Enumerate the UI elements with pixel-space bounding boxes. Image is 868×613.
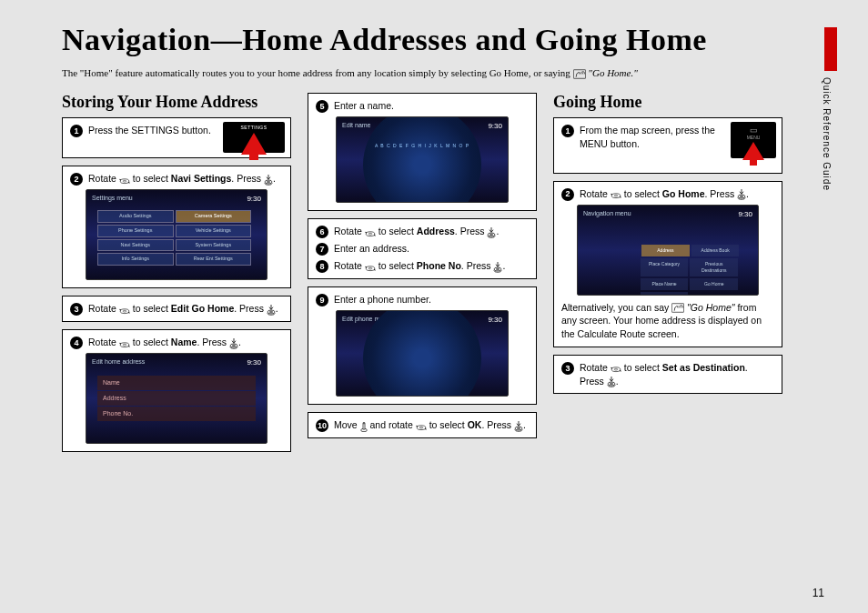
step-7-text: Enter an address.: [334, 242, 529, 256]
manual-page: Quick Reference Guide Navigation—Home Ad…: [27, 5, 837, 605]
press-icon: [487, 227, 496, 238]
step-num-9: 9: [316, 294, 328, 306]
press-icon: [514, 421, 523, 432]
step-num-6: 6: [316, 226, 328, 238]
rotate-icon: [119, 306, 130, 315]
move-icon: [360, 421, 368, 432]
step-2-box: 2Rotate to select Navi Settings. Press .…: [62, 166, 291, 288]
voice-icon: [573, 69, 586, 79]
step-6-text: Rotate to select Address. Press .: [334, 225, 529, 238]
col-storing-1: Storing Your Home Address 1Press the SET…: [62, 93, 291, 459]
side-label: Quick Reference Guide: [821, 77, 832, 191]
step-num-8: 8: [316, 260, 328, 273]
rotate-icon: [365, 263, 376, 272]
step-num-g3: 3: [561, 362, 574, 375]
step-num-7: 7: [316, 243, 328, 256]
going-step-3-box: 3Rotate to select Set as Destination. Pr…: [553, 355, 782, 394]
menu-button-graphic: ▭MENU: [731, 122, 776, 158]
step-3-text: Rotate to select Edit Go Home. Press .: [88, 302, 283, 316]
going-step-3-text: Rotate to select Set as Destination. Pre…: [580, 361, 774, 387]
step-3-box: 3Rotate to select Edit Go Home. Press .: [62, 296, 291, 322]
going-step-2-box: 2Rotate to select Go Home. Press . Navig…: [553, 181, 782, 347]
step-2-text: Rotate to select Navi Settings. Press .: [88, 172, 283, 186]
going-alt-text: Alternatively, you can say "Go Home" fro…: [561, 301, 774, 341]
section-tab: [824, 27, 837, 71]
going-step-2-text: Rotate to select Go Home. Press .: [580, 187, 774, 201]
heading-going: Going Home: [553, 93, 782, 112]
col-storing-2: 5Enter a name. Edit name9:30 A B C D E F…: [308, 93, 537, 459]
press-icon: [267, 305, 276, 316]
press-icon: [607, 377, 616, 387]
step-9-box: 9Enter a phone number. Edit phone number…: [308, 286, 537, 405]
step-678-box: 6Rotate to select Address. Press . 7Ente…: [308, 218, 537, 279]
step-10-text: Move and rotate to select OK. Press .: [334, 418, 529, 432]
screenshot-edit-name: Edit name9:30 A B C D E F G H I J K L M …: [336, 116, 509, 203]
rotate-icon: [611, 190, 621, 199]
screenshot-nav-menu: Navigation menu9:30 - Address Address Bo…: [577, 205, 759, 296]
step-8-text: Rotate to select Phone No. Press .: [334, 259, 529, 273]
heading-storing: Storing Your Home Address: [62, 93, 291, 112]
rotate-icon: [365, 228, 376, 237]
col-going-home: Going Home 1From the map screen, press t…: [553, 93, 782, 459]
screenshot-edit-phone: Edit phone number9:30: [336, 310, 509, 397]
columns: Storing Your Home Address 1Press the SET…: [62, 93, 782, 459]
page-title: Navigation—Home Addresses and Going Home: [62, 23, 837, 57]
step-num-4: 4: [70, 337, 83, 349]
settings-button-graphic: SETTINGS: [223, 122, 285, 153]
step-num-10: 10: [316, 419, 328, 432]
step-1-box: 1Press the SETTINGS button. SETTINGS: [62, 117, 291, 158]
voice-icon: [671, 303, 684, 313]
arrow-up-icon: [241, 133, 267, 155]
step-4-box: 4Rotate to select Name. Press . Edit hom…: [62, 329, 291, 452]
press-icon: [737, 189, 746, 200]
step-num-g2: 2: [561, 188, 574, 201]
step-5-text: Enter a name.: [334, 99, 529, 113]
step-5-box: 5Enter a name. Edit name9:30 A B C D E F…: [308, 93, 537, 211]
screenshot-edit-home: Edit home address9:30 NameAddressPhone N…: [86, 353, 267, 444]
arrow-up-icon: [742, 142, 764, 160]
press-icon: [229, 338, 238, 349]
rotate-icon: [119, 176, 130, 185]
step-num-1: 1: [70, 125, 83, 137]
step-10-box: 10Move and rotate to select OK. Press .: [308, 412, 537, 438]
step-4-text: Rotate to select Name. Press .: [88, 336, 283, 349]
step-num-3: 3: [70, 303, 83, 316]
intro-text: The "Home" feature automatically routes …: [62, 66, 773, 80]
press-icon: [264, 175, 273, 186]
step-num-2: 2: [70, 173, 83, 186]
rotate-icon: [611, 364, 621, 373]
step-9-text: Enter a phone number.: [334, 293, 529, 306]
going-step-1-box: 1From the map screen, press the MENU but…: [553, 117, 782, 173]
press-icon: [493, 262, 502, 273]
screenshot-settings-menu: Settings menu9:30 Audio SettingsCamera S…: [86, 189, 267, 280]
step-num-g1: 1: [561, 125, 574, 137]
rotate-icon: [119, 339, 130, 348]
step-num-5: 5: [316, 100, 328, 113]
rotate-icon: [416, 422, 427, 431]
page-number: 11: [812, 587, 824, 599]
